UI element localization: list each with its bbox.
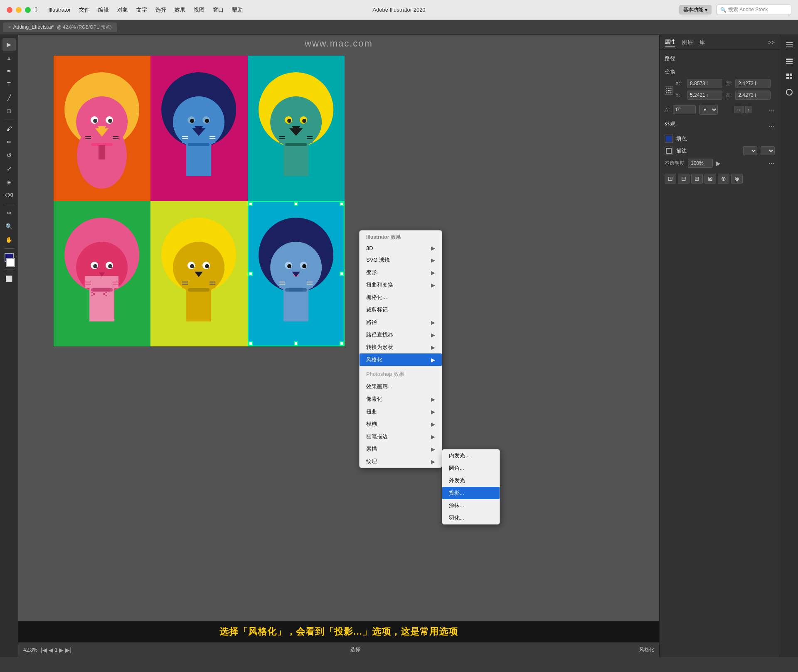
panel-expand-button[interactable]: >> bbox=[768, 39, 775, 46]
opacity-more-button[interactable]: ··· bbox=[768, 159, 775, 168]
cm-item-convert-shape[interactable]: 转换为形状 ▶ bbox=[360, 341, 442, 353]
submenu-feather[interactable]: 羽化... bbox=[442, 512, 500, 524]
svg-rect-97 bbox=[786, 63, 793, 64]
flip-horizontal-button[interactable]: ↔ bbox=[734, 106, 744, 113]
x-input[interactable] bbox=[687, 79, 722, 88]
eraser-tool[interactable]: ⌫ bbox=[2, 189, 16, 201]
close-button[interactable] bbox=[7, 7, 12, 13]
opacity-input[interactable] bbox=[688, 159, 713, 168]
align-top-button[interactable]: ⊠ bbox=[704, 174, 716, 184]
menu-window[interactable]: 窗口 bbox=[209, 5, 227, 15]
cm-item-sketch[interactable]: 素描 ▶ bbox=[360, 443, 442, 455]
pencil-tool[interactable]: ✏ bbox=[2, 136, 16, 148]
fill-color-checkbox[interactable] bbox=[665, 135, 673, 143]
menu-edit[interactable]: 编辑 bbox=[95, 5, 112, 15]
line-tool[interactable]: ╱ bbox=[2, 91, 16, 104]
submenu-round-corners[interactable]: 圆角... bbox=[442, 462, 500, 474]
cm-item-svg-filter[interactable]: SVG 滤镜 ▶ bbox=[360, 254, 442, 266]
prev-page-button[interactable]: ◀ bbox=[49, 647, 53, 653]
type-tool[interactable]: T bbox=[2, 78, 16, 91]
appearance-more-button[interactable]: ··· bbox=[768, 122, 775, 130]
minimize-button[interactable] bbox=[16, 7, 22, 13]
distribute-v-button[interactable]: ⊞ bbox=[691, 174, 703, 184]
angle-input[interactable] bbox=[673, 105, 696, 114]
maximize-button[interactable] bbox=[25, 7, 31, 13]
cm-item-cropmarks[interactable]: 裁剪标记 bbox=[360, 304, 442, 316]
scissors-tool[interactable]: ✂ bbox=[2, 207, 16, 219]
cm-item-stylize[interactable]: 风格化 ▶ 内发光... 圆角... 外发光 投影... bbox=[360, 353, 442, 366]
svg-point-53 bbox=[93, 264, 97, 268]
menu-select[interactable]: 选择 bbox=[152, 5, 170, 15]
stroke-color-checkbox[interactable] bbox=[665, 147, 673, 155]
page-navigation[interactable]: |◀ ◀ 1 ▶ ▶| bbox=[41, 647, 71, 653]
cm-item-path[interactable]: 路径 ▶ bbox=[360, 316, 442, 329]
last-page-button[interactable]: ▶| bbox=[65, 647, 71, 653]
menu-app[interactable]: Illustrator bbox=[45, 6, 74, 14]
stroke-weight-select[interactable] bbox=[743, 146, 757, 155]
screen-mode-normal[interactable]: ⬜ bbox=[2, 272, 16, 285]
cm-item-distort-photo[interactable]: 扭曲 ▶ bbox=[360, 405, 442, 418]
align-center-h-button[interactable]: ⊟ bbox=[678, 174, 690, 184]
cm-item-brush-strokes[interactable]: 画笔描边 ▶ bbox=[360, 430, 442, 443]
menu-file[interactable]: 文件 bbox=[76, 5, 93, 15]
paintbrush-tool[interactable]: 🖌 bbox=[2, 123, 16, 135]
zoom-tool[interactable]: 🔍 bbox=[2, 220, 16, 233]
menu-help[interactable]: 帮助 bbox=[229, 5, 246, 15]
background-color[interactable] bbox=[6, 258, 15, 267]
submenu-scribble[interactable]: 涂抹... bbox=[442, 499, 500, 512]
lion-cell-6[interactable] bbox=[248, 201, 345, 346]
next-page-button[interactable]: ▶ bbox=[59, 647, 64, 653]
width-input[interactable] bbox=[735, 79, 771, 88]
align-center-v-button[interactable]: ⊕ bbox=[718, 174, 729, 184]
menu-object[interactable]: 对象 bbox=[114, 5, 131, 15]
tool-separator-3 bbox=[4, 248, 14, 249]
blend-tool[interactable]: ◈ bbox=[2, 176, 16, 188]
flip-vertical-button[interactable]: ↕ bbox=[745, 106, 753, 113]
align-left-button[interactable]: ⊡ bbox=[665, 174, 676, 184]
distribute-h-button[interactable]: ⊗ bbox=[731, 174, 743, 184]
reference-point[interactable] bbox=[665, 86, 673, 95]
cm-item-pixelate[interactable]: 像素化 ▶ bbox=[360, 393, 442, 405]
cm-item-warp[interactable]: 扭曲和变换 ▶ bbox=[360, 279, 442, 291]
libraries-icon[interactable] bbox=[783, 70, 796, 83]
menu-effect[interactable]: 效果 bbox=[171, 5, 189, 15]
cm-item-filter-gallery[interactable]: 效果画廊... bbox=[360, 380, 442, 393]
stroke-type-select[interactable] bbox=[761, 146, 775, 155]
cm-item-3d[interactable]: 3D ▶ bbox=[360, 243, 442, 254]
panel-tab-properties[interactable]: 属性 bbox=[665, 37, 675, 47]
workspace-button[interactable]: 基本功能 ▾ bbox=[679, 5, 712, 15]
selection-tool[interactable]: ▶ bbox=[2, 38, 16, 51]
stroke-icon[interactable] bbox=[783, 86, 796, 99]
svg-rect-95 bbox=[786, 59, 793, 60]
submenu-outer-glow[interactable]: 外发光 bbox=[442, 474, 500, 487]
canvas-area[interactable]: www.mac.com bbox=[18, 35, 659, 657]
submenu-drop-shadow[interactable]: 投影... bbox=[442, 487, 500, 499]
transform-more-button[interactable]: ··· bbox=[768, 105, 775, 114]
opacity-expand[interactable]: ▶ bbox=[716, 160, 721, 167]
height-input[interactable] bbox=[735, 91, 771, 100]
cm-item-blur[interactable]: 模糊 ▶ bbox=[360, 418, 442, 430]
menu-text[interactable]: 文字 bbox=[133, 5, 150, 15]
cm-item-pathfinder[interactable]: 路径查找器 ▶ bbox=[360, 329, 442, 341]
cm-item-texture[interactable]: 纹理 ▶ bbox=[360, 455, 442, 468]
document-tab[interactable]: × Adding_Effects.ai* @ 42.8% (RGB/GPU 预览… bbox=[3, 22, 117, 32]
shape-tool[interactable]: □ bbox=[2, 105, 16, 117]
tab-close-button[interactable]: × bbox=[8, 25, 11, 29]
rotate-tool[interactable]: ↺ bbox=[2, 149, 16, 162]
pen-tool[interactable]: ✒ bbox=[2, 65, 16, 77]
stock-search[interactable]: 🔍 搜索 Adobe Stock bbox=[717, 5, 791, 15]
first-page-button[interactable]: |◀ bbox=[41, 647, 47, 653]
panel-tab-libraries[interactable]: 库 bbox=[699, 38, 705, 47]
properties-icon[interactable] bbox=[783, 38, 796, 52]
scale-tool[interactable]: ⤢ bbox=[2, 162, 16, 175]
direct-selection-tool[interactable]: ▵ bbox=[2, 52, 16, 64]
layers-icon[interactable] bbox=[783, 54, 796, 67]
cm-item-distort[interactable]: 变形 ▶ bbox=[360, 266, 442, 279]
panel-tab-layers[interactable]: 图层 bbox=[682, 38, 693, 47]
cm-item-rasterize[interactable]: 栅格化... bbox=[360, 291, 442, 304]
y-input[interactable] bbox=[687, 91, 722, 100]
submenu-inner-glow[interactable]: 内发光... bbox=[442, 449, 500, 462]
hand-tool[interactable]: ✋ bbox=[2, 233, 16, 246]
angle-select[interactable]: ▾ bbox=[699, 105, 718, 115]
menu-view[interactable]: 视图 bbox=[190, 5, 208, 15]
